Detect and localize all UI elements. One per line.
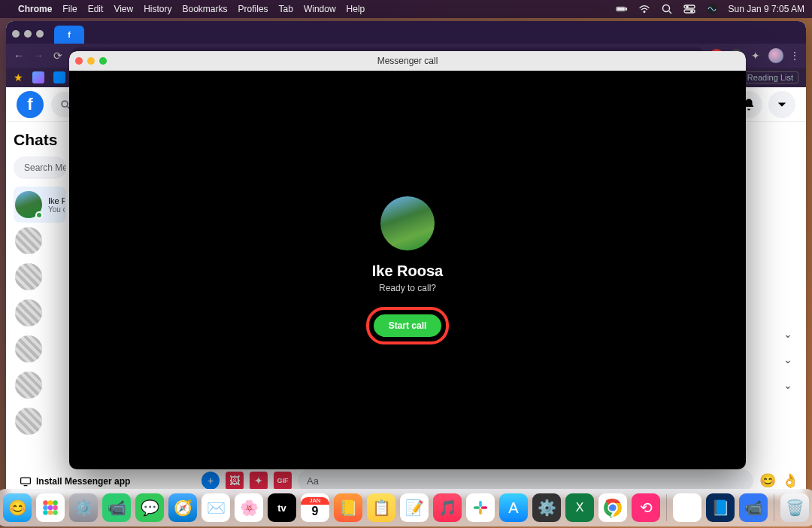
svg-point-14 [62,101,68,107]
imovie-icon[interactable]: ★ [673,493,701,522]
menubar-item[interactable]: Help [347,4,365,14]
menubar-item[interactable]: History [144,4,171,14]
menubar-item[interactable]: Tab [279,4,293,14]
menubar-item[interactable]: Bookmarks [183,4,228,14]
chat-list-item[interactable] [14,223,66,259]
svg-point-26 [43,510,48,515]
slack-icon[interactable] [466,493,495,522]
photo-button[interactable]: 🖼 [226,472,244,490]
messages-icon[interactable]: 💬 [135,493,164,522]
emoji-button[interactable]: 😊 [759,472,776,489]
sticker-button[interactable]: ✦ [250,472,268,490]
chats-search-placeholder: Search Me [24,162,66,173]
safari-icon[interactable]: 🧭 [168,493,197,522]
chats-title: Chats [14,131,66,149]
dock-separator [666,494,667,521]
settings-icon[interactable]: ⚙️ [532,493,561,522]
menubar-item[interactable]: File [62,4,77,14]
chat-list-item[interactable]: Ike R You c [14,187,66,223]
chrome-menu-icon[interactable]: ⋮ [789,50,800,62]
svg-point-21 [48,500,53,505]
svg-point-34 [609,504,616,511]
back-button[interactable]: ← [12,50,26,62]
callee-name: Ike Roosa [372,262,443,280]
facebook-logo-icon[interactable]: f [17,91,44,118]
avatar [15,191,42,218]
like-button[interactable]: 👌 [782,472,798,489]
svg-rect-29 [479,501,482,507]
chevron-down-icon[interactable]: ⌄ [783,328,792,340]
right-expanders: ⌄ ⌄ ⌄ [783,328,792,391]
call-window-title: Messenger call [377,56,438,66]
menubar-item[interactable]: Profiles [238,4,268,14]
launchpad-icon[interactable] [36,493,65,522]
menubar-item[interactable]: Window [304,4,336,14]
svg-point-8 [686,6,687,8]
chats-search-input[interactable]: Search Me [14,156,66,179]
facetime-icon[interactable]: 📹 [102,493,131,522]
chats-sidebar: Chats Search Me Ike R You c [6,122,74,496]
start-call-button[interactable]: Start call [374,314,442,337]
chevron-down-icon[interactable]: ⌄ [783,379,792,391]
window-controls[interactable] [75,57,107,65]
dock-separator [774,494,774,521]
contacts-icon[interactable]: 📒 [334,493,362,522]
account-menu-button[interactable] [768,91,795,118]
finder-icon[interactable]: 😊 [3,493,32,522]
zoom-icon[interactable]: 📹 [739,493,768,522]
browser-tab[interactable]: f [54,26,84,44]
chrome-icon[interactable] [598,493,627,522]
control-center-icon[interactable] [683,3,695,15]
chat-list-item[interactable] [14,331,66,367]
chat-list-item[interactable] [14,403,66,439]
svg-point-23 [43,505,48,511]
chat-list-item[interactable] [14,367,66,403]
chrome-tabstrip: f [6,21,806,44]
svg-point-22 [53,500,58,505]
mail-icon[interactable]: ✉️ [201,493,230,522]
window-controls[interactable] [12,30,44,38]
profile-avatar[interactable] [768,48,783,63]
avatar [15,335,42,363]
reminders-icon[interactable]: 📋 [367,493,395,522]
chat-list-item[interactable] [14,295,66,331]
app-icon[interactable]: ⟲ [632,493,660,522]
wifi-icon[interactable] [638,3,650,15]
gif-button[interactable]: GIF [274,472,292,490]
menubar-app-name[interactable]: Chrome [18,4,52,14]
svg-point-25 [53,505,58,511]
spotlight-search-icon[interactable] [661,3,673,15]
attach-button[interactable]: + [201,472,220,490]
svg-point-4 [662,5,669,12]
app-icon[interactable]: 📘 [706,493,735,522]
call-window-titlebar[interactable]: Messenger call [69,51,746,71]
chat-preview: You c [48,205,65,214]
siri-icon[interactable] [706,3,718,15]
extensions-menu-icon[interactable]: ✦ [749,50,762,62]
calendar-icon[interactable]: JAN9 [301,493,329,522]
trash-icon[interactable]: 🗑️ [780,493,809,522]
photos-icon[interactable]: 🌸 [235,493,263,522]
music-icon[interactable]: 🎵 [433,493,462,522]
menubar-item[interactable]: Edit [88,4,104,14]
chat-list-item[interactable] [14,259,66,295]
chevron-down-icon[interactable]: ⌄ [783,354,792,366]
chevron-down-icon [777,99,787,110]
svg-line-5 [669,11,671,14]
menubar-clock[interactable]: Sun Jan 9 7:05 AM [729,4,804,14]
reload-button[interactable]: ⟳ [51,50,65,62]
avatar [15,408,42,435]
appstore-icon[interactable]: A [499,493,528,522]
bookmark-icon[interactable] [32,71,44,83]
menubar-item[interactable]: View [114,4,133,14]
battery-icon[interactable] [616,3,628,15]
system-preferences-icon[interactable]: ⚙️ [69,493,98,522]
bookmark-icon[interactable] [53,71,65,83]
forward-button[interactable]: → [32,50,45,62]
notes-icon[interactable]: 📝 [400,493,429,522]
install-messenger-label: Install Messenger app [36,476,130,487]
excel-icon[interactable]: X [565,493,594,522]
bookmark-icon[interactable]: ★ [14,71,23,83]
appletv-icon[interactable]: tv [268,493,296,522]
svg-point-24 [48,505,53,511]
